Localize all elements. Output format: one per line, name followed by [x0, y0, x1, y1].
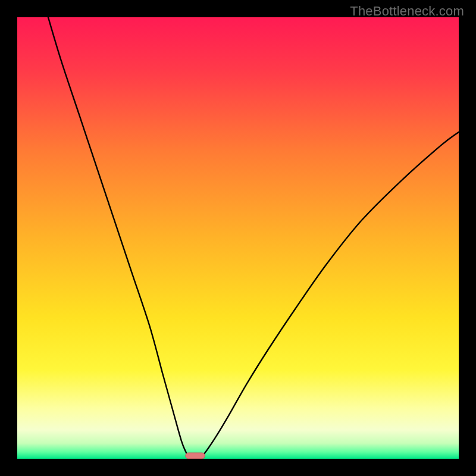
chart-frame [17, 17, 459, 459]
chart-curves [17, 17, 459, 459]
curve-left-branch [48, 17, 190, 458]
optimum-marker [186, 453, 205, 459]
curve-right-branch [200, 132, 459, 458]
